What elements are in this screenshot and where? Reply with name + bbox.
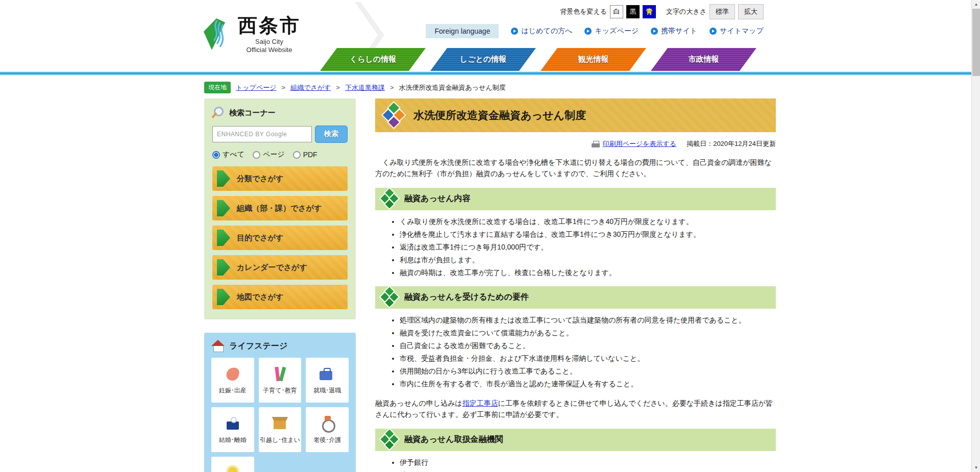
bullet-list: くみ取り便所を水洗便所に改造する場合は、改造工事1件につき40万円が限度となりま… bbox=[375, 216, 776, 278]
application-text-before: 融資あっせんの申し込みは bbox=[375, 399, 462, 407]
lifestage-item-label: 就職･退職 bbox=[313, 386, 341, 395]
lifestage-item[interactable]: 結婚･離婚 bbox=[211, 407, 254, 452]
lifestage-item[interactable]: 引越し･住まい bbox=[259, 407, 302, 452]
radio-page[interactable]: ページ bbox=[253, 150, 285, 159]
search-corner-title: 検索コーナー bbox=[229, 108, 276, 118]
lifestage-item-label: 老後･介護 bbox=[313, 436, 341, 444]
application-paragraph: 融資あっせんの申し込みは指定工事店に工事を依頼するときに併せて申し込んでください… bbox=[375, 398, 776, 420]
bullet-item: 自己資金による改造が困難であること。 bbox=[400, 340, 776, 351]
site-subtitle-line2: Official Website bbox=[238, 46, 301, 54]
lifestage-item[interactable]: 老後･介護 bbox=[306, 407, 349, 452]
sidebar-menu-button[interactable]: 目的でさがす bbox=[212, 226, 348, 250]
green-arrow-icon bbox=[217, 200, 230, 216]
breadcrumb-link-sewerage[interactable]: 下水道業務課 bbox=[345, 83, 385, 92]
bullet-item: くみ取り便所を水洗便所に改造する場合は、改造工事1件につき40万円が限度となりま… bbox=[400, 216, 776, 227]
radio-pdf[interactable]: PDF bbox=[293, 151, 317, 159]
moving-icon bbox=[270, 415, 289, 432]
print-link-label: 印刷用ページを表示する bbox=[603, 139, 677, 148]
quick-link[interactable]: サイトマップ bbox=[709, 27, 764, 36]
search-row: 検索 bbox=[212, 126, 348, 143]
font-size-label: 文字の大きさ bbox=[666, 7, 706, 16]
menu-button-label: 目的でさがす bbox=[237, 233, 283, 243]
section-title: 融資あっせん内容 bbox=[404, 193, 471, 204]
main-navigation: くらしの情報 しごとの情報 観光情報 市政情報 bbox=[320, 48, 756, 71]
breadcrumb-link-home[interactable]: トップページ bbox=[236, 83, 277, 92]
bullet-item: 融資の時期は、改造工事が完了し、検査に合格した後となります。 bbox=[400, 267, 776, 278]
diamond-cluster-icon bbox=[383, 104, 405, 127]
quick-link-label: キッズページ bbox=[595, 27, 639, 36]
scrollbar-down-arrow[interactable]: ▼ bbox=[972, 463, 980, 472]
bg-color-label: 背景色を変える bbox=[560, 7, 607, 16]
circle-arrow-icon bbox=[709, 28, 717, 35]
section-loan-requirements: 融資あっせんを受けるための要件 処理区域内の建築物の所有権または改造工事について… bbox=[375, 286, 776, 420]
lifestage-item[interactable]: 子育て･教育 bbox=[259, 358, 302, 403]
section-header: 融資あっせんを受けるための要件 bbox=[375, 286, 776, 309]
sidebar-menu-button[interactable]: 地図でさがす bbox=[212, 285, 348, 309]
radio-pdf-label: PDF bbox=[303, 151, 317, 159]
quick-link[interactable]: キッズページ bbox=[584, 27, 639, 36]
section-financial-institutions: 融資あっせん取扱金融機関 伊予銀行愛媛銀行香川銀行 bbox=[375, 429, 776, 472]
lifestage-grid: 妊娠･出産 子育て･教育 就職･退職 bbox=[211, 358, 349, 472]
section-loan-content: 融資あっせん内容 くみ取り便所を水洗便所に改造する場合は、改造工事1件につき40… bbox=[375, 188, 776, 278]
radio-all[interactable]: すべて bbox=[212, 150, 244, 159]
menu-button-label: 分類でさがす bbox=[237, 174, 283, 184]
header-accent-stripe bbox=[0, 71, 980, 76]
lifestage-item[interactable]: 就職･退職 bbox=[306, 358, 349, 403]
bullet-item: 処理区域内の建築物の所有権または改造工事について該当建築物の所有者の同意を得た使… bbox=[400, 315, 776, 326]
search-button[interactable]: 検索 bbox=[315, 126, 348, 143]
bullet-item: 浄化槽を廃止して汚水ますに直結する場合は、改造工事1件につき30万円が限度となり… bbox=[400, 229, 776, 240]
site-title: 西条市 bbox=[238, 15, 301, 37]
designated-contractor-link[interactable]: 指定工事店 bbox=[462, 399, 498, 407]
scrollbar-thumb[interactable] bbox=[972, 9, 980, 76]
green-arrow-icon bbox=[217, 230, 230, 246]
radio-icon bbox=[253, 151, 260, 159]
search-corner-header: 検索コーナー bbox=[212, 107, 348, 119]
vertical-scrollbar[interactable]: ▲ ▼ bbox=[971, 0, 980, 472]
quick-link-label: 携帯サイト bbox=[661, 27, 697, 36]
section-header: 融資あっせん取扱金融機関 bbox=[375, 429, 776, 451]
breadcrumb-link-organization[interactable]: 組織でさがす bbox=[290, 83, 331, 92]
foreign-language-button[interactable]: Foreign language bbox=[426, 24, 499, 38]
page-title: 水洗便所改造資金融資あっせん制度 bbox=[413, 108, 586, 122]
nav-tab-label: 市政情報 bbox=[689, 55, 719, 64]
marriage-icon bbox=[223, 415, 242, 432]
lifestage-item[interactable]: 妊娠･出産 bbox=[211, 358, 254, 403]
bg-white-button[interactable]: 白 bbox=[610, 5, 623, 18]
green-arrow-icon bbox=[217, 170, 230, 187]
scrollbar-up-arrow[interactable]: ▲ bbox=[972, 0, 980, 9]
menu-button-label: 組織（部・課）でさがす bbox=[237, 204, 322, 213]
quick-links: はじめての方へ キッズページ 携帯サイト bbox=[511, 27, 764, 36]
header-controls: 背景色を変える 白 黒 青 文字の大きさ 標準 拡大 Foreign langu… bbox=[426, 4, 764, 38]
green-arrow-icon bbox=[217, 289, 230, 305]
bullet-list: 処理区域内の建築物の所有権または改造工事について該当建築物の所有者の同意を得た使… bbox=[375, 315, 776, 389]
font-large-button[interactable]: 拡大 bbox=[738, 4, 764, 19]
quick-link[interactable]: 携帯サイト bbox=[651, 27, 697, 36]
search-scope-radios: すべて ページ PDF bbox=[212, 150, 348, 159]
breadcrumb-separator: > bbox=[390, 84, 394, 91]
sidebar-menu-button[interactable]: 分類でさがす bbox=[212, 166, 348, 191]
search-input[interactable] bbox=[212, 126, 312, 142]
nav-tab[interactable]: 市政情報 bbox=[651, 48, 756, 71]
bullet-item: 返済は改造工事1件につき毎月10,000円です。 bbox=[400, 242, 776, 253]
house-icon bbox=[211, 340, 225, 352]
publication-date: 掲載日：2020年12月24日更新 bbox=[687, 139, 776, 148]
nav-tab[interactable]: しごとの情報 bbox=[430, 48, 536, 71]
sidebar-menu-button[interactable]: 組織（部・課）でさがす bbox=[212, 196, 348, 220]
sidebar-menu-button[interactable]: カレンダーでさがす bbox=[212, 255, 348, 280]
print-page-link[interactable]: 印刷用ページを表示する bbox=[592, 139, 677, 148]
elderly-icon bbox=[317, 415, 337, 432]
bg-blue-button[interactable]: 青 bbox=[643, 5, 656, 18]
breadcrumb-separator: > bbox=[336, 84, 340, 91]
quick-links-row: Foreign language はじめての方へ キッズページ bbox=[426, 24, 764, 38]
site-subtitle: Saijo City Official Website bbox=[238, 38, 301, 55]
saijo-city-logo-icon bbox=[199, 16, 231, 53]
bg-black-button[interactable]: 黒 bbox=[626, 5, 640, 18]
menu-button-label: カレンダーでさがす bbox=[237, 263, 307, 272]
current-location-badge: 現在地 bbox=[204, 82, 231, 93]
nav-tab[interactable]: くらしの情報 bbox=[320, 48, 426, 71]
nav-tab[interactable]: 観光情報 bbox=[541, 48, 646, 71]
lifestage-item[interactable]: おくやみ bbox=[211, 457, 254, 472]
quick-link[interactable]: はじめての方へ bbox=[511, 27, 572, 36]
quick-link-label: はじめての方へ bbox=[521, 27, 572, 36]
font-standard-button[interactable]: 標準 bbox=[709, 4, 735, 19]
